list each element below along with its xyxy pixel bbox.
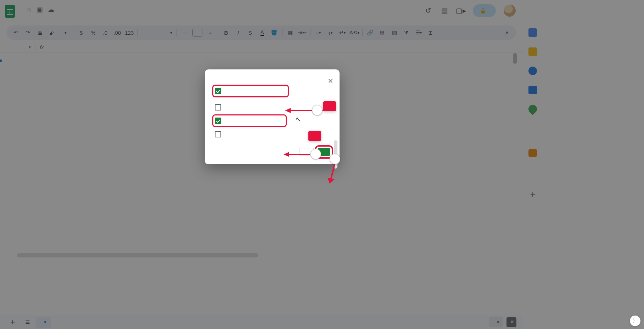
svg-marker-3 — [284, 152, 289, 157]
svg-marker-5 — [327, 178, 335, 183]
annotation-badge-2 — [310, 149, 321, 159]
svg-line-4 — [331, 164, 335, 178]
annotation-2 — [308, 131, 321, 141]
annotation-badge-3 — [330, 154, 340, 164]
annotation-badge-1 — [312, 105, 323, 115]
column-a-option[interactable] — [214, 116, 285, 125]
checkbox-icon[interactable] — [215, 118, 221, 124]
checkbox-icon[interactable] — [215, 104, 221, 110]
checkbox-icon[interactable] — [215, 131, 221, 137]
hide-sidepanel-icon[interactable]: 〉 — [630, 316, 640, 326]
modal-backdrop — [523, 0, 644, 329]
modal-backdrop — [0, 0, 523, 329]
header-row-option[interactable] — [214, 86, 287, 96]
svg-marker-1 — [285, 108, 291, 113]
checkbox-icon[interactable] — [215, 88, 221, 94]
close-icon[interactable]: ✕ — [328, 77, 333, 85]
annotation-1 — [323, 101, 336, 111]
